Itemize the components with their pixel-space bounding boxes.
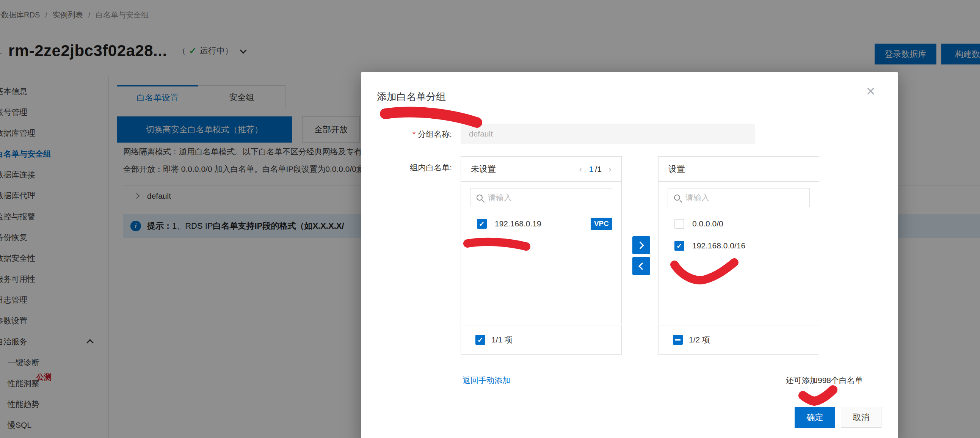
checkbox-checked[interactable] — [675, 241, 684, 251]
transfer-panel-unset: 未设置 ‹ 1 /1 › 192.168.0.19 VPC — [461, 156, 622, 324]
transfer-right-count: 1/2 项 — [689, 334, 710, 345]
transfer-left-count: 1/1 项 — [491, 334, 512, 345]
transfer-right-footer: 1/2 项 — [658, 325, 819, 355]
quota-hint: 还可添加998个白名单 — [786, 375, 863, 385]
add-whitelist-group-modal: 添加白名单分组 × *分组名称: 组内白名单: 未设置 ‹ 1 /1 › 192… — [361, 72, 898, 438]
required-asterisk: * — [412, 130, 415, 139]
page-current: 1 — [589, 164, 594, 174]
modal-title: 添加白名单分组 — [377, 90, 446, 104]
search-icon — [674, 194, 680, 201]
transfer-item-label: 0.0.0.0/0 — [692, 219, 723, 228]
group-name-label: *分组名称: — [361, 129, 452, 140]
back-to-manual-add-link[interactable]: 返回手动添加 — [463, 375, 510, 385]
transfer-item-label: 192.168.0.0/16 — [692, 241, 745, 250]
transfer-item-192-168-0-19[interactable]: 192.168.0.19 VPC — [477, 216, 612, 231]
transfer-left-header: 未设置 ‹ 1 /1 › — [461, 157, 621, 182]
transfer-right-search — [668, 188, 810, 207]
confirm-button[interactable]: 确定 — [795, 407, 835, 428]
transfer-right-search-input[interactable] — [686, 193, 810, 202]
checkbox-checked[interactable] — [477, 219, 487, 229]
pagination: ‹ 1 /1 › — [579, 164, 611, 174]
page-total: /1 — [595, 164, 601, 174]
transfer-panel-set: 设置 0.0.0.0/0 192.168.0.0/16 — [658, 156, 819, 324]
select-all-checkbox[interactable] — [476, 335, 485, 345]
transfer-item-192-168-0-0-16[interactable]: 192.168.0.0/16 — [675, 238, 810, 253]
transfer-left-footer: 1/1 项 — [461, 325, 622, 355]
members-label: 组内白名单: — [361, 162, 452, 173]
vpc-badge: VPC — [591, 218, 612, 230]
chevron-left-icon — [638, 263, 646, 270]
move-left-button[interactable] — [632, 257, 650, 275]
select-all-checkbox-indeterminate[interactable] — [673, 335, 683, 345]
close-icon[interactable]: × — [866, 83, 875, 99]
cancel-button[interactable]: 取消 — [841, 407, 881, 428]
move-right-button[interactable] — [632, 236, 650, 254]
page-next-icon[interactable]: › — [608, 164, 611, 174]
transfer-right-header: 设置 — [659, 157, 819, 182]
page-prev-icon[interactable]: ‹ — [579, 164, 582, 174]
group-name-input[interactable] — [461, 124, 755, 144]
transfer-item-0-0-0-0[interactable]: 0.0.0.0/0 — [675, 216, 810, 231]
transfer-left-search-input[interactable] — [488, 193, 612, 202]
transfer-left-title: 未设置 — [471, 164, 496, 175]
transfer-item-label: 192.168.0.19 — [495, 219, 541, 228]
chevron-right-icon — [636, 242, 644, 249]
transfer-right-title: 设置 — [668, 164, 685, 175]
search-icon — [477, 194, 483, 201]
transfer-left-search — [470, 188, 612, 207]
checkbox-unchecked[interactable] — [675, 219, 684, 229]
